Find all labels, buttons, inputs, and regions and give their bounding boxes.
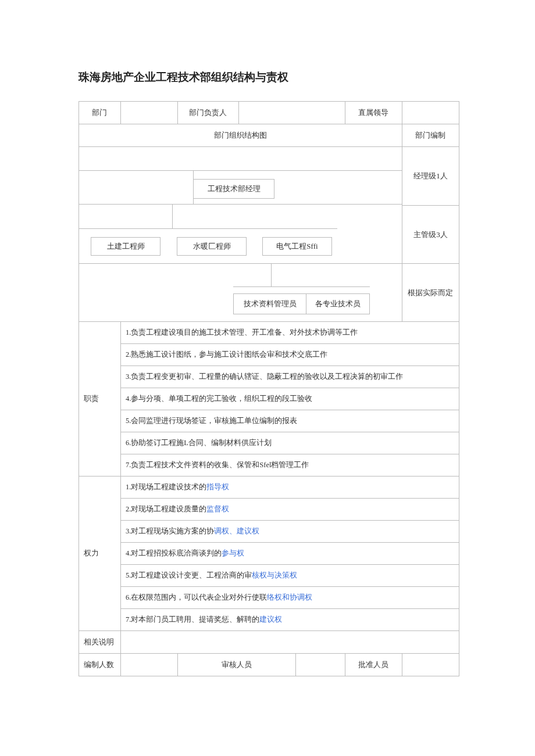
power-row-2: 2.对现场工程建设质量的监督权 [79, 499, 459, 521]
power-row-3: 3.对工程现场实施方案的协调权、建议权 [79, 521, 459, 543]
org-right-title: 部门编制 [402, 124, 459, 147]
org-sub1-label: 技术资料管理员 [244, 299, 297, 309]
duty-2: 2.熟悉施工设计图纸，参与施工设计图纸会审和技术交底工作 [120, 344, 459, 366]
header-row: 部门 部门负责人 直属领导 [79, 102, 459, 124]
duty-4: 4.参与分项、单项工程的完工验收，组织工程的段工验收 [120, 388, 459, 410]
org-right-column: 经理级1人 主管级3人 根据实际而定 [402, 147, 459, 322]
duty-3: 3.负责工程变更初审、工程量的确认辖证、隐蔽工程的验收以及工程决算的初审工作 [120, 366, 459, 388]
main-table: 部门 部门负责人 直属领导 部门组织结构图 部门编制 工程技术部经理 [79, 101, 459, 676]
right-level-3: 根据实际而定 [402, 263, 459, 321]
hdr-leader: 直属领导 [345, 102, 402, 124]
org-manager-label: 工程技术部经理 [208, 184, 261, 194]
power-6-link: 络权和协调权 [267, 593, 312, 601]
power-2-pre: 2.对现场工程建设质量的 [126, 505, 206, 513]
duty-row-7: 7.负责工程技术文件资料的收集、保管和Sfel档管理工作 [79, 454, 459, 476]
duty-1: 1.负责工程建设项目的施工技术管理、开工准备、对外技术协调等工作 [120, 322, 459, 344]
power-6: 6.在权限范围内，可以代表企业对外行使联络权和协调权 [120, 587, 459, 609]
org-sub2-label: 各专业技术员 [315, 299, 361, 309]
right-level-1: 经理级1人 [402, 147, 459, 205]
power-row-7: 7.对本部门员工聘用、提请奖惩、解聘的建议权 [79, 609, 459, 631]
power-row-6: 6.在权限范围内，可以代表企业对外行使联络权和协调权 [79, 587, 459, 609]
power-7-pre: 7.对本部门员工聘用、提请奖惩、解聘的 [126, 615, 259, 624]
hdr-head-val [238, 102, 345, 124]
power-6-pre: 6.在权限范围内，可以代表企业对外行使联 [126, 593, 267, 601]
power-5-link: 核权与决策权 [252, 571, 297, 579]
right-level-2: 主管级3人 [402, 205, 459, 263]
power-row-5: 5.对工程建设设计变更、工程洽商的审核权与决策权 [79, 565, 459, 587]
document-title: 珠海房地产企业工程技术部组织结构与责权 [79, 70, 459, 85]
footer-c5-val [402, 654, 459, 676]
org-eng1-box: 土建工程师 [91, 237, 160, 256]
power-3: 3.对工程现场实施方案的协调权、建议权 [120, 521, 459, 543]
power-1: 1.对现场工程建设技术的指导权 [120, 476, 459, 499]
org-chart-area: 工程技术部经理 土建工程师 水暖匚程师 电气工程Sffi [79, 147, 402, 322]
hdr-leader-val [402, 102, 459, 124]
power-2: 2.对现场工程建设质量的监督权 [120, 499, 459, 521]
org-sub1-box: 技术资料管理员 [233, 293, 306, 314]
power-5-pre: 5.对工程建设设计变更、工程洽商的审 [126, 571, 252, 579]
power-4-pre: 4.对工程招投标底洽商谈判的 [126, 549, 222, 557]
duty-row-2: 2.熟悉施工设计图纸，参与施工设计图纸会审和技术交底工作 [79, 344, 459, 366]
power-row-1: 权力 1.对现场工程建设技术的指导权 [79, 476, 459, 499]
org-eng2-box: 水暖匚程师 [177, 237, 247, 256]
duty-row-1: 职责 1.负责工程建设项目的施工技术管理、开工准备、对外技术协调等工作 [79, 322, 459, 344]
org-manager-box: 工程技术部经理 [193, 179, 274, 199]
power-7: 7.对本部门员工聘用、提请奖惩、解聘的建议权 [120, 609, 459, 631]
notes-val [120, 631, 459, 654]
hdr-dept-val [120, 102, 177, 124]
org-sub2-box: 各专业技术员 [306, 293, 370, 314]
footer-row: 编制人数 审核人员 批准人员 [79, 654, 459, 676]
duty-row-4: 4.参与分项、单项工程的完工验收，组织工程的段工验收 [79, 388, 459, 410]
power-1-link: 指导权 [206, 483, 229, 491]
hdr-head: 部门负责人 [178, 102, 239, 124]
footer-c1-val [120, 654, 177, 676]
power-row-4: 4.对工程招投标底洽商谈判的参与权 [79, 543, 459, 565]
power-3-pre: 3.对工程现场实施方案的协 [126, 527, 214, 535]
footer-c5: 批准人员 [345, 654, 402, 676]
footer-c3-val [295, 654, 345, 676]
footer-c1: 编制人数 [79, 654, 121, 676]
power-label: 权力 [79, 476, 121, 631]
hdr-dept: 部门 [79, 102, 121, 124]
org-eng1-label: 土建工程师 [107, 241, 145, 252]
duty-6: 6.协助签订工程施L合同、编制材料供应计划 [120, 432, 459, 454]
duty-7: 7.负责工程技术文件资料的收集、保管和Sfel档管理工作 [120, 454, 459, 476]
row-org-title: 部门组织结构图 部门编制 [79, 124, 459, 147]
power-5: 5.对工程建设设计变更、工程洽商的审核权与决策权 [120, 565, 459, 587]
power-1-pre: 1.对现场工程建设技术的 [126, 483, 206, 491]
duty-row-3: 3.负责工程变更初审、工程量的确认辖证、隐蔽工程的验收以及工程决算的初审工作 [79, 366, 459, 388]
power-7-link: 建议权 [259, 615, 282, 624]
power-4-link: 参与权 [222, 549, 244, 557]
power-2-link: 监督权 [206, 505, 229, 513]
org-eng3-box: 电气工程Sffi [262, 237, 332, 256]
org-eng3-label: 电气工程Sffi [276, 241, 318, 252]
org-title: 部门组织结构图 [79, 124, 402, 147]
power-4: 4.对工程招投标底洽商谈判的参与权 [120, 543, 459, 565]
power-3-link: 调权、建议权 [214, 527, 259, 535]
notes-label: 相关说明 [79, 631, 121, 654]
duty-label: 职责 [79, 322, 121, 476]
org-eng2-label: 水暖匚程师 [193, 241, 231, 252]
footer-c3: 审核人员 [178, 654, 296, 676]
duty-row-5: 5.会同监理进行现场签证，审核施工单位编制的报表 [79, 410, 459, 432]
notes-row: 相关说明 [79, 631, 459, 654]
org-chart-row: 工程技术部经理 土建工程师 水暖匚程师 电气工程Sffi [79, 147, 459, 322]
duty-5: 5.会同监理进行现场签证，审核施工单位编制的报表 [120, 410, 459, 432]
duty-row-6: 6.协助签订工程施L合同、编制材料供应计划 [79, 432, 459, 454]
